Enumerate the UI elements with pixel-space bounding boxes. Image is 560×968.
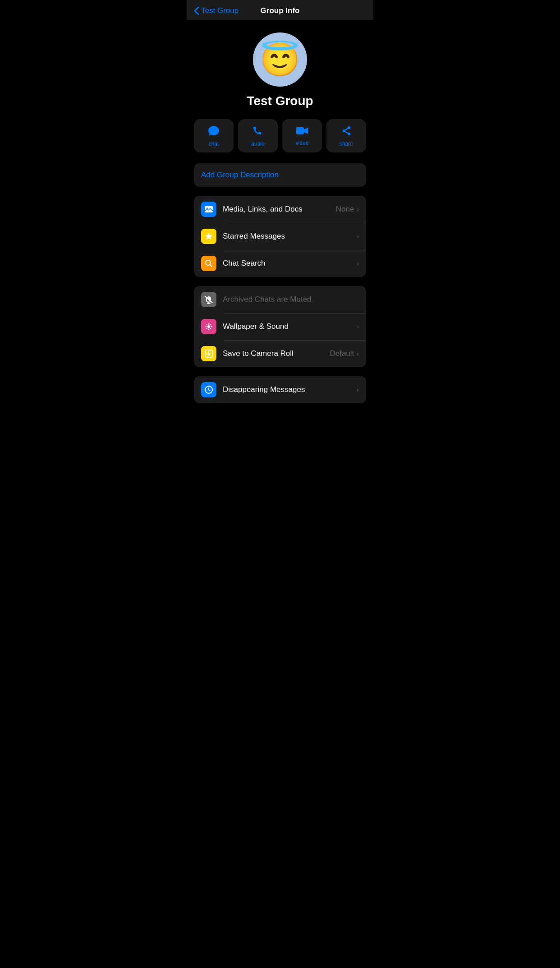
starred-chevron-icon: › [357, 233, 359, 240]
disappearing-icon [201, 382, 216, 397]
wallpaper-icon [201, 319, 216, 334]
section-settings: Archived Chats are Muted Wallpaper & Sou… [194, 286, 366, 367]
disappearing-label: Disappearing Messages [223, 385, 357, 394]
starred-label: Starred Messages [223, 232, 357, 241]
video-icon [296, 126, 308, 137]
share-label: share [340, 141, 353, 147]
add-description-button[interactable]: Add Group Description [194, 163, 366, 187]
audio-icon [252, 125, 263, 138]
disappearing-messages-item[interactable]: Disappearing Messages › [194, 376, 366, 403]
media-links-docs-item[interactable]: Media, Links, and Docs None › [194, 196, 366, 223]
search-icon [201, 256, 216, 271]
svg-point-5 [207, 325, 210, 328]
media-label: Media, Links, and Docs [223, 205, 336, 214]
avatar-emoji: 😇 [260, 41, 300, 79]
svg-point-11 [210, 328, 211, 329]
svg-line-4 [210, 265, 212, 267]
archived-muted-item: Archived Chats are Muted [194, 286, 366, 313]
audio-label: audio [251, 141, 264, 147]
chat-label: chat [209, 141, 219, 147]
description-section: Add Group Description [194, 163, 366, 187]
section-disappearing: Disappearing Messages › [194, 376, 366, 403]
chat-icon [208, 125, 220, 138]
header: Test Group Group Info [187, 0, 373, 20]
wallpaper-label: Wallpaper & Sound [223, 322, 357, 331]
svg-point-8 [206, 326, 207, 327]
svg-point-10 [207, 324, 207, 325]
media-icon [201, 202, 216, 217]
profile-section: 😇 Test Group [187, 20, 373, 119]
starred-icon [201, 229, 216, 244]
action-buttons-row: chat audio video share [187, 119, 373, 163]
video-label: video [296, 140, 309, 146]
download-icon [201, 346, 216, 361]
audio-button[interactable]: audio [238, 119, 278, 152]
disappearing-chevron-icon: › [357, 386, 359, 393]
description-label: Add Group Description [201, 171, 279, 179]
svg-rect-0 [296, 127, 304, 134]
page-title: Group Info [261, 6, 300, 15]
camera-roll-label: Save to Camera Roll [223, 349, 330, 358]
video-button[interactable]: video [282, 119, 322, 152]
svg-point-7 [208, 329, 210, 330]
mute-icon [201, 292, 216, 307]
back-label: Test Group [201, 6, 239, 15]
save-camera-roll-item[interactable]: Save to Camera Roll Default › [194, 340, 366, 367]
media-chevron-icon: › [357, 206, 359, 213]
archived-label: Archived Chats are Muted [223, 295, 359, 304]
wallpaper-chevron-icon: › [357, 323, 359, 330]
svg-point-12 [210, 324, 211, 325]
share-icon [341, 125, 352, 138]
camera-roll-value: Default [330, 349, 354, 358]
chat-search-item[interactable]: Chat Search › [194, 250, 366, 277]
back-button[interactable]: Test Group [194, 6, 239, 15]
share-button[interactable]: share [326, 119, 366, 152]
group-avatar[interactable]: 😇 [253, 32, 307, 87]
svg-point-13 [207, 328, 207, 329]
svg-point-9 [211, 326, 212, 327]
wallpaper-sound-item[interactable]: Wallpaper & Sound › [194, 313, 366, 340]
chat-button[interactable]: chat [194, 119, 234, 152]
camera-roll-chevron-icon: › [357, 350, 359, 357]
search-chevron-icon: › [357, 260, 359, 267]
group-name: Test Group [247, 94, 313, 108]
chat-search-label: Chat Search [223, 259, 357, 268]
starred-messages-item[interactable]: Starred Messages › [194, 223, 366, 250]
svg-point-6 [208, 323, 210, 325]
media-value: None [336, 205, 354, 214]
section-media-search: Media, Links, and Docs None › Starred Me… [194, 196, 366, 277]
